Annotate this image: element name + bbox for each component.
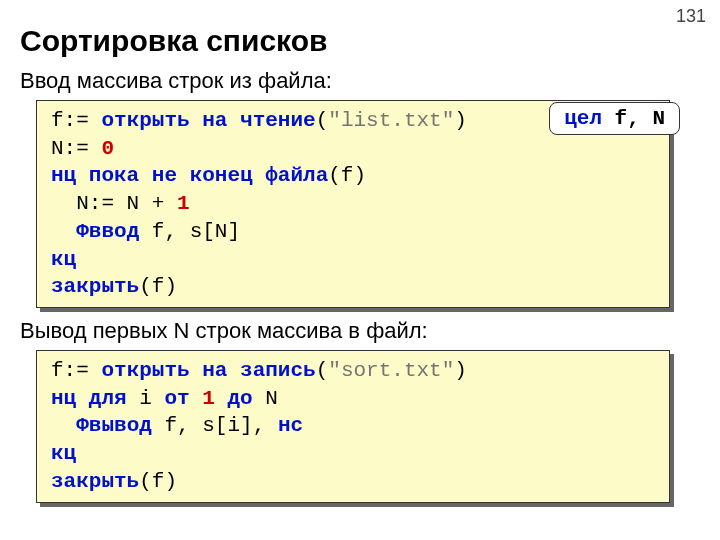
code-num: 1	[202, 387, 215, 410]
code-kw: закрыть	[51, 470, 139, 493]
code-kw: кц	[51, 248, 76, 271]
code-text	[51, 220, 76, 243]
code-kw: нц пока не	[51, 164, 177, 187]
code-num: 0	[101, 137, 114, 160]
code-str: "list.txt"	[328, 109, 454, 132]
code-kw: нц для	[51, 387, 127, 410]
code-num: 1	[177, 192, 190, 215]
code-kw: до	[227, 387, 252, 410]
code-text	[215, 387, 228, 410]
code-text: i	[127, 387, 165, 410]
code-kw: открыть на запись	[101, 359, 315, 382]
code-kw: Фввод	[76, 220, 139, 243]
code-block-2-wrap: f:= открыть на запись("sort.txt") нц для…	[36, 350, 670, 503]
page-title: Сортировка списков	[20, 24, 700, 58]
code-text: f:=	[51, 359, 101, 382]
annotation-vars: f, N	[602, 107, 665, 130]
code-text: f, s[i],	[152, 414, 278, 437]
code-block-2: f:= открыть на запись("sort.txt") нц для…	[36, 350, 670, 503]
code-text: (	[316, 109, 329, 132]
annotation-kw: цел	[564, 107, 602, 130]
code-kw: открыть на чтение	[101, 109, 315, 132]
code-text: N	[253, 387, 278, 410]
page-number: 131	[676, 6, 706, 27]
code-text: )	[454, 359, 467, 382]
section1-heading: Ввод массива строк из файла:	[20, 68, 700, 94]
code-kw: нс	[278, 414, 303, 437]
code-kw: кц	[51, 442, 76, 465]
code-kw: конец файла	[190, 164, 329, 187]
section2-heading: Вывод первых N строк массива в файл:	[20, 318, 700, 344]
code-text: (	[316, 359, 329, 382]
code-text: )	[454, 109, 467, 132]
code-text: (f)	[139, 470, 177, 493]
code-text: N:=	[51, 137, 101, 160]
code-text	[177, 164, 190, 187]
code-text: f:=	[51, 109, 101, 132]
code-text: N:= N +	[51, 192, 177, 215]
code-text: (f)	[328, 164, 366, 187]
annotation-box: цел f, N	[549, 102, 680, 135]
code-block-1-wrap: цел f, N f:= открыть на чтение("list.txt…	[36, 100, 670, 308]
code-text: (f)	[139, 275, 177, 298]
code-text	[190, 387, 203, 410]
code-str: "sort.txt"	[328, 359, 454, 382]
code-kw: от	[164, 387, 189, 410]
code-text	[51, 414, 76, 437]
code-text: f, s[N]	[139, 220, 240, 243]
code-kw: Фвывод	[76, 414, 152, 437]
code-kw: закрыть	[51, 275, 139, 298]
